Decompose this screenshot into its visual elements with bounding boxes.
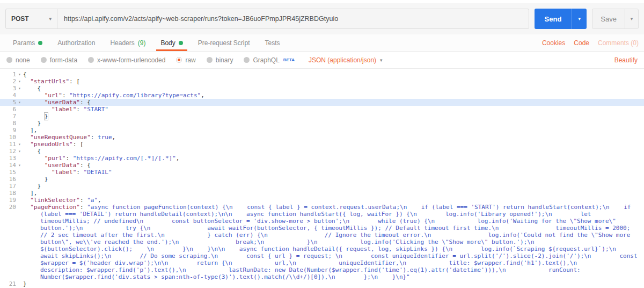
beta-badge: BETA [283,57,295,62]
code-line-17[interactable]: 17 } [0,183,644,190]
send-button[interactable]: Send [535,9,572,29]
cookies-link[interactable]: Cookies [542,39,565,47]
code-line-11[interactable]: 11▾ "pseudoUrls": [ [0,141,644,148]
fold-toggle-icon[interactable]: ▾ [16,141,23,148]
request-links: CookiesCodeComments (0) [542,34,639,51]
line-number: 19 [0,197,16,204]
body-mode-options: noneform-datax-www-form-urlencodedrawbin… [6,56,295,64]
code-line-14[interactable]: 14▾ "userData": { [0,162,644,169]
code-line-9[interactable]: 9 ], [0,127,644,134]
postman-request-panel: POST ▾ Send ▾ Save ▾ ParamsAuthorization… [0,3,644,284]
comments-0-link[interactable]: Comments (0) [598,39,639,47]
body-mode-graphql[interactable]: GraphQLBETA [244,56,295,64]
code-line-19[interactable]: 19 "linkSelector": "a", [0,197,644,204]
radio-icon [207,57,213,63]
body-mode-x-www-form-urlencoded[interactable]: x-www-form-urlencoded [88,56,165,64]
method-url-group: POST ▾ [5,9,529,29]
line-number: 2 [0,78,16,85]
code-line-5[interactable]: 5▾ "userData": { [0,99,644,106]
code-line-10[interactable]: 10 "useRequestQueue": true, [0,134,644,141]
line-number: 14 [0,162,16,169]
fold-toggle-icon[interactable]: ▾ [16,78,23,85]
body-mode-binary[interactable]: binary [207,56,233,64]
body-mode-label: none [16,56,30,64]
line-number: 9 [0,127,16,134]
line-number: 1 [0,71,16,78]
tab-pre-request-script[interactable]: Pre-request Script [191,34,258,51]
radio-icon [88,57,94,63]
code-line-3[interactable]: 3▾ { [0,85,644,92]
code-line-2[interactable]: 2▾ "startUrls": [ [0,78,644,85]
fold-spacer [16,127,23,134]
fold-spacer [16,176,23,183]
chevron-down-icon: ▾ [631,16,633,21]
code-line-13[interactable]: 13 "purl": "https://apify.com/[.*]/[.*]"… [0,155,644,162]
content-type-select[interactable]: JSON (application/json) ▾ [309,56,383,64]
fold-toggle-icon[interactable]: ▾ [16,85,23,92]
beautify-link[interactable]: Beautify [614,56,638,64]
code-line-8[interactable]: 8 } [0,120,644,127]
body-mode-raw[interactable]: raw [176,56,195,64]
fold-toggle-icon[interactable]: ▾ [16,99,23,106]
body-mode-label: raw [185,56,195,64]
code-line-4[interactable]: 4 "url": "https://apify.com/library?type… [0,92,644,99]
fold-toggle-icon[interactable]: ▾ [16,148,23,155]
save-button[interactable]: Save [592,9,625,29]
code-link[interactable]: Code [574,39,589,47]
chevron-down-icon: ▾ [380,57,383,63]
code-line-18[interactable]: 18 ], [0,190,644,197]
code-text: "pageFunction": "async function pageFunc… [23,204,640,280]
radio-icon [244,57,250,63]
body-mode-label: binary [216,56,233,64]
request-tabs-bar: ParamsAuthorizationHeaders(9)BodyPre-req… [0,34,644,52]
request-tabs: ParamsAuthorizationHeaders(9)BodyPre-req… [5,34,288,51]
url-input[interactable] [57,9,529,28]
line-number: 20 [0,204,16,280]
tab-label: Params [13,39,35,47]
send-options-button[interactable]: ▾ [572,9,587,29]
code-text: } [23,280,640,287]
code-line-12[interactable]: 12▾ { [0,148,644,155]
body-mode-none[interactable]: none [6,56,30,64]
fold-spacer [16,280,23,287]
code-text: "linkSelector": "a", [23,197,640,204]
method-label: POST [11,15,29,23]
code-text: ], [23,127,640,134]
fold-spacer [16,113,23,120]
code-text: "pseudoUrls": [ [23,141,640,148]
fold-spacer [16,106,23,113]
code-text: } [23,183,640,190]
line-number: 7 [0,113,16,120]
tab-headers[interactable]: Headers(9) [103,34,153,51]
code-line-7[interactable]: 7 } [0,113,644,120]
tab-label: Headers [110,39,134,47]
code-editor[interactable]: 1▾{2▾ "startUrls": [3▾ {4 "url": "https:… [0,69,644,284]
fold-spacer [16,134,23,141]
code-line-1[interactable]: 1▾{ [0,71,644,78]
code-text: ], [23,190,640,197]
body-mode-form-data[interactable]: form-data [41,56,77,64]
chevron-down-icon: ▾ [49,16,52,21]
tab-label: Body [160,39,175,47]
fold-toggle-icon[interactable]: ▾ [16,71,23,78]
method-select[interactable]: POST ▾ [6,9,57,28]
tab-authorization[interactable]: Authorization [50,34,103,51]
code-line-15[interactable]: 15 "label": "DETAIL" [0,169,644,176]
tab-label: Pre-request Script [198,39,250,47]
fold-spacer [16,183,23,190]
tab-label: Tests [265,39,280,47]
code-line-16[interactable]: 16 } [0,176,644,183]
code-text: "userData": { [23,162,640,169]
chevron-down-icon: ▾ [579,16,581,21]
code-text: } [23,120,640,127]
tab-body[interactable]: Body [153,34,190,51]
code-line-20[interactable]: 20 "pageFunction": "async function pageF… [0,204,644,280]
code-line-6[interactable]: 6 "label": "START" [0,106,644,113]
code-line-21[interactable]: 21} [0,280,644,287]
fold-toggle-icon[interactable]: ▾ [16,162,23,169]
line-number: 3 [0,85,16,92]
tab-tests[interactable]: Tests [257,34,287,51]
tab-params[interactable]: Params [5,34,50,51]
line-number: 15 [0,169,16,176]
save-options-button[interactable]: ▾ [625,9,639,29]
